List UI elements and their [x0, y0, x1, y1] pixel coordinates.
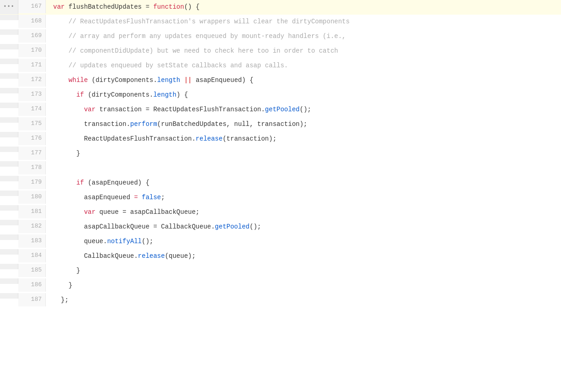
token-plain: transaction = ReactUpdatesFlushTransacti…: [95, 106, 265, 113]
line-number-gutter: 183: [18, 234, 46, 248]
code-row: 179 if (asapEnqueued) {: [0, 176, 561, 191]
code-row: 178: [0, 161, 561, 176]
gutter-dots: [0, 264, 18, 269]
line-number-gutter: 182: [18, 220, 46, 233]
code-row: •••167var flushBatchedUpdates = function…: [0, 0, 561, 15]
token-plain: [53, 76, 69, 84]
code-content: // componentDidUpdate) but we need to ch…: [46, 44, 561, 58]
gutter-dots: [0, 59, 18, 64]
token-bl: release: [196, 135, 223, 142]
code-row: 177 }: [0, 147, 561, 161]
line-number-gutter: 167: [18, 0, 46, 13]
token-plain: CallbackQueue.: [53, 252, 138, 260]
token-plain: queue = asapCallbackQueue;: [95, 208, 199, 216]
token-plain: asapEnqueued: [53, 194, 134, 201]
line-number: 184: [31, 251, 42, 261]
line-number-gutter: 180: [18, 191, 46, 204]
token-cm: // ReactUpdatesFlushTransaction's wrappe…: [53, 18, 350, 25]
line-number: 169: [31, 31, 42, 41]
token-plain: [53, 208, 84, 216]
gutter-dots: [0, 293, 18, 299]
line-number: 173: [31, 90, 42, 99]
line-number-gutter: 170: [18, 44, 46, 57]
line-number: 175: [31, 119, 42, 129]
code-row: 185 }: [0, 264, 561, 278]
code-row: 169 // array and perform any updates enq…: [0, 29, 561, 44]
line-number: 186: [31, 280, 42, 290]
gutter-dots: [0, 220, 18, 225]
line-number: 177: [31, 148, 42, 158]
token-plain: ;: [161, 194, 165, 201]
token-plain: ();: [300, 106, 311, 113]
gutter-dots: [0, 44, 18, 49]
token-kw: var: [84, 106, 95, 113]
token-plain: [138, 194, 142, 201]
token-cm: // componentDidUpdate) but we need to ch…: [53, 47, 338, 54]
token-plain: };: [53, 296, 69, 304]
token-kw: while: [69, 76, 88, 84]
code-content: if (asapEnqueued) {: [46, 176, 561, 190]
code-viewer: •••167var flushBatchedUpdates = function…: [0, 0, 561, 392]
gutter-dots: [0, 117, 18, 123]
code-content: // array and perform any updates enqueue…: [46, 29, 561, 43]
token-plain: ();: [142, 238, 153, 245]
gutter-dots: [0, 73, 18, 79]
token-plain: asapEnqueued) {: [192, 76, 253, 84]
token-plain: queue.: [53, 238, 107, 245]
code-row: 172 while (dirtyComponents.length || asa…: [0, 73, 561, 88]
line-number: 171: [31, 60, 42, 70]
line-number: 170: [31, 46, 42, 55]
token-op: ||: [184, 76, 192, 84]
token-plain: (queue);: [165, 252, 196, 260]
line-number-gutter: 169: [18, 29, 46, 43]
token-plain: (dirtyComponents.: [88, 76, 157, 84]
code-content: };: [46, 293, 561, 307]
line-number-gutter: 175: [18, 117, 46, 131]
gutter-dots: [0, 191, 18, 196]
line-number: 168: [31, 16, 42, 26]
token-plain: ();: [249, 223, 261, 230]
line-number-gutter: 181: [18, 205, 46, 218]
token-plain: ) {: [176, 91, 188, 98]
gutter-dots: [0, 132, 18, 137]
code-content: }: [46, 147, 561, 160]
code-content: [46, 161, 561, 175]
token-kw: function: [153, 3, 184, 11]
token-bl: release: [138, 252, 165, 260]
token-cm: // array and perform any updates enqueue…: [53, 33, 346, 40]
line-number-gutter: 186: [18, 278, 46, 292]
token-plain: [53, 91, 76, 98]
code-content: }: [46, 278, 561, 292]
code-row: 175 transaction.perform(runBatchedUpdate…: [0, 117, 561, 132]
gutter-dots: [0, 234, 18, 240]
token-plain: }: [53, 267, 80, 274]
line-number-gutter: 176: [18, 132, 46, 145]
line-number: 182: [31, 222, 42, 231]
gutter-dots: [0, 103, 18, 108]
line-number: 174: [31, 104, 42, 114]
line-number-gutter: 178: [18, 161, 46, 174]
token-kw: var: [84, 208, 95, 216]
code-row: 187 };: [0, 293, 561, 308]
token-plain: asapCallbackQueue = CallbackQueue.: [53, 223, 215, 230]
gutter-dots: •••: [0, 0, 18, 14]
gutter-dots: [0, 15, 18, 20]
token-plain: [180, 76, 184, 84]
code-content: while (dirtyComponents.length || asapEnq…: [46, 73, 561, 87]
line-number-gutter: 168: [18, 15, 46, 28]
code-row: 170 // componentDidUpdate) but we need t…: [0, 44, 561, 59]
gutter-dots: [0, 176, 18, 181]
gutter-dots: [0, 88, 18, 93]
code-row: 181 var queue = asapCallbackQueue;: [0, 205, 561, 220]
token-plain: [53, 179, 76, 186]
gutter-dots: [0, 249, 18, 255]
gutter-dots: [0, 147, 18, 152]
code-content: CallbackQueue.release(queue);: [46, 249, 561, 263]
token-plain: transaction.: [53, 120, 130, 128]
code-row: 182 asapCallbackQueue = CallbackQueue.ge…: [0, 220, 561, 234]
code-content: asapEnqueued = false;: [46, 191, 561, 204]
token-plain: (runBatchedUpdates, null, transaction);: [157, 120, 308, 128]
line-number-gutter: 177: [18, 147, 46, 160]
line-number-gutter: 173: [18, 88, 46, 101]
line-number: 183: [31, 236, 42, 246]
